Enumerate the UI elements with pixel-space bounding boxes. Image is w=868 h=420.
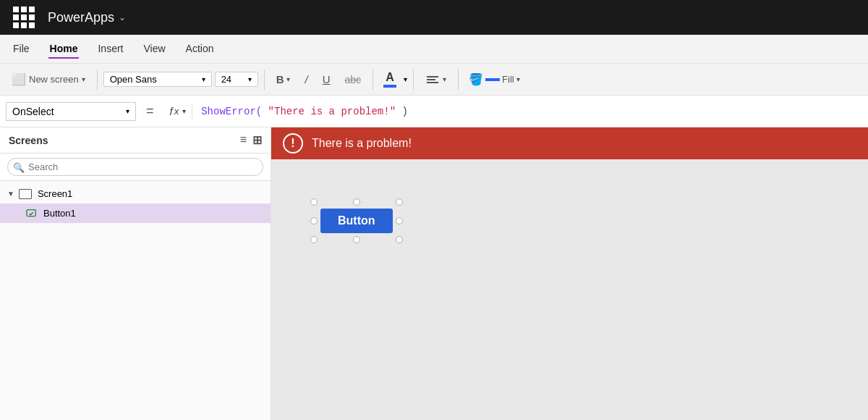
- font-size-dropdown[interactable]: 24 ▾: [215, 72, 258, 87]
- handle-top-middle[interactable]: [353, 198, 360, 206]
- canvas-area: ! There is a problem! Button: [271, 127, 868, 420]
- menu-file[interactable]: File: [12, 40, 31, 59]
- separator-3: [373, 70, 373, 90]
- search-icon: 🔍: [13, 161, 25, 172]
- canvas-button[interactable]: Button: [320, 209, 393, 233]
- underline-button[interactable]: U: [317, 70, 336, 88]
- fill-icon: 🪣: [469, 72, 483, 86]
- app-name-label: PowerApps: [48, 10, 114, 25]
- strikethrough-button[interactable]: abc: [339, 71, 367, 88]
- search-input[interactable]: [7, 158, 263, 176]
- equals-sign: =: [142, 104, 158, 119]
- error-exclamation-icon: !: [283, 133, 303, 154]
- strikethrough-label: abc: [345, 74, 362, 85]
- property-dropdown[interactable]: OnSelect ▾: [6, 102, 136, 121]
- new-screen-chevron-icon: ▾: [82, 75, 85, 83]
- font-color-letter: A: [386, 72, 394, 83]
- align-icon: [425, 75, 440, 85]
- fx-x-label: x: [174, 106, 179, 117]
- new-screen-icon: ⬜: [12, 72, 26, 86]
- handle-bottom-middle[interactable]: [353, 236, 360, 243]
- toolbar: ⬜ New screen ▾ Open Sans ▾ 24 ▾ B ▾ / U …: [0, 64, 868, 96]
- fx-chevron-icon: ▾: [182, 107, 186, 115]
- fill-button[interactable]: 🪣 Fill ▾: [464, 70, 524, 89]
- separator-5: [458, 70, 459, 90]
- formula-close: ): [396, 106, 408, 117]
- svg-rect-0: [27, 209, 35, 216]
- menu-home[interactable]: Home: [48, 40, 80, 59]
- italic-label: /: [305, 73, 307, 85]
- error-banner: ! There is a problem!: [271, 127, 868, 159]
- sidebar-title: Screens: [9, 135, 48, 146]
- waffle-icon[interactable]: [9, 2, 39, 33]
- separator-1: [97, 70, 98, 90]
- new-screen-button[interactable]: ⬜ New screen ▾: [6, 70, 91, 89]
- fill-chevron-icon: ▾: [516, 75, 520, 83]
- app-title: PowerApps ⌄: [48, 10, 126, 25]
- font-chevron-icon: ▾: [202, 75, 205, 83]
- property-label: OnSelect: [12, 106, 54, 117]
- canvas-button-label: Button: [338, 214, 375, 227]
- menu-insert[interactable]: Insert: [96, 40, 124, 59]
- formula-input[interactable]: ShowError( "There is a problem!" ): [198, 104, 862, 119]
- font-size-chevron-icon: ▾: [248, 75, 252, 83]
- button-widget[interactable]: Button: [315, 203, 399, 239]
- canvas-content[interactable]: Button: [271, 159, 868, 420]
- main-content: Screens ≡ ⊞ 🔍 ▼ Screen1: [0, 127, 868, 420]
- font-color-chevron-icon[interactable]: ▾: [404, 75, 407, 83]
- menu-view[interactable]: View: [142, 40, 166, 59]
- handle-top-left[interactable]: [310, 198, 318, 206]
- formula-bar: OnSelect ▾ = f x ▾ ShowError( "There is …: [0, 96, 868, 127]
- screen1-label: Screen1: [38, 188, 72, 199]
- separator-2: [264, 70, 265, 90]
- bold-label: B: [276, 73, 284, 85]
- tree-item-button1[interactable]: Button1: [0, 203, 271, 223]
- font-name-label: Open Sans: [110, 74, 157, 85]
- handle-top-right[interactable]: [396, 198, 403, 206]
- sidebar-tree: ▼ Screen1 Button1: [0, 181, 271, 420]
- list-view-icon[interactable]: ≡: [240, 133, 247, 147]
- fill-color-bar: [485, 78, 500, 81]
- separator-4: [413, 70, 414, 90]
- font-size-label: 24: [221, 74, 231, 85]
- tree-item-screen1[interactable]: ▼ Screen1: [0, 184, 271, 203]
- button-node-icon: [26, 209, 38, 218]
- menu-bar: File Home Insert View Action: [0, 35, 868, 64]
- sidebar: Screens ≡ ⊞ 🔍 ▼ Screen1: [0, 127, 271, 420]
- top-bar: PowerApps ⌄: [0, 0, 868, 35]
- grid-view-icon[interactable]: ⊞: [252, 133, 262, 147]
- font-dropdown[interactable]: Open Sans ▾: [103, 72, 212, 87]
- sidebar-icon-group: ≡ ⊞: [240, 133, 262, 147]
- menu-action[interactable]: Action: [184, 40, 216, 59]
- formula-string: "There is a problem!": [262, 106, 396, 117]
- search-wrap: 🔍: [7, 158, 263, 176]
- align-chevron-icon: ▾: [443, 75, 446, 83]
- handle-middle-right[interactable]: [396, 217, 403, 224]
- font-color-bar: [383, 85, 396, 88]
- underline-label: U: [323, 73, 331, 85]
- handle-middle-left[interactable]: [310, 217, 318, 224]
- error-message: There is a problem!: [312, 137, 412, 150]
- sidebar-header: Screens ≡ ⊞: [0, 127, 271, 154]
- handle-bottom-left[interactable]: [310, 236, 318, 243]
- fx-italic-icon: f: [170, 105, 173, 117]
- screen-icon: [19, 189, 32, 199]
- tree-arrow-icon: ▼: [7, 190, 14, 198]
- formula-func: ShowError(: [201, 106, 262, 117]
- align-button[interactable]: ▾: [420, 72, 452, 88]
- new-screen-label: New screen: [29, 74, 79, 85]
- bold-chevron-icon: ▾: [286, 75, 290, 83]
- fx-button[interactable]: f x ▾: [164, 104, 193, 119]
- italic-button[interactable]: /: [299, 70, 313, 88]
- property-chevron-icon: ▾: [126, 107, 129, 115]
- font-color-button[interactable]: A: [379, 70, 401, 89]
- app-chevron-icon[interactable]: ⌄: [119, 12, 126, 22]
- handle-bottom-right[interactable]: [396, 236, 403, 243]
- button1-label: Button1: [43, 208, 76, 219]
- sidebar-search-area: 🔍: [0, 154, 271, 181]
- fill-label: Fill: [502, 74, 514, 85]
- bold-button[interactable]: B ▾: [271, 70, 297, 88]
